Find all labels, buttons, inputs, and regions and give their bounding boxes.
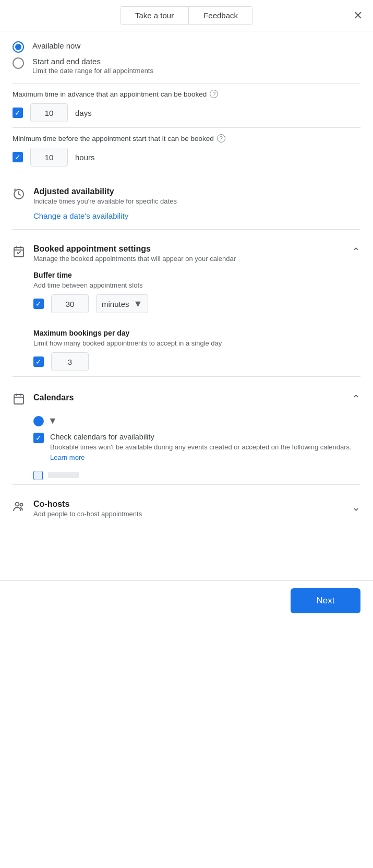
min-before-title-text: Minimum time before the appointment star…: [13, 135, 214, 142]
clock-icon: [13, 188, 25, 200]
buffer-time-row: ✓ minutes ▼: [33, 294, 360, 313]
svg-point-9: [16, 503, 19, 506]
max-bookings-row: ✓: [33, 352, 360, 371]
calendar-icon: [13, 393, 25, 405]
cohosts-collapsible[interactable]: Co-hosts Add people to co-host appointme…: [13, 489, 360, 528]
svg-rect-1: [14, 247, 23, 257]
buffer-time-title: Buffer time: [33, 271, 360, 279]
buffer-time-dropdown-icon: ▼: [134, 299, 143, 310]
cohosts-chevron-down-icon: ⌃: [352, 501, 360, 513]
booked-settings-info: Booked appointment settings Manage the b…: [33, 244, 236, 263]
max-bookings-check-icon: ✓: [35, 358, 42, 365]
cohosts-info: Co-hosts Add people to co-host appointme…: [33, 500, 142, 518]
min-before-help-icon[interactable]: ?: [217, 134, 225, 142]
adjusted-availability-info: Adjusted availability Indicate times you…: [33, 187, 177, 221]
check-calendars-check-icon: ✓: [35, 434, 42, 442]
booked-settings-subtitle: Manage the booked appointments that will…: [33, 255, 236, 263]
max-advance-title-text: Maximum time in advance that an appointm…: [13, 90, 207, 98]
available-now-row[interactable]: Available now: [13, 31, 360, 57]
adjusted-availability-subtitle: Indicate times you're available for spec…: [33, 197, 177, 205]
max-advance-check-icon: ✓: [15, 109, 21, 116]
max-advance-checkbox[interactable]: ✓: [13, 108, 23, 118]
booked-settings-left: Booked appointment settings Manage the b…: [13, 244, 236, 263]
cohosts-subtitle: Add people to co-host appointments: [33, 510, 142, 518]
next-button[interactable]: Next: [291, 588, 360, 613]
change-date-availability-link[interactable]: Change a date's availability: [33, 211, 128, 220]
buffer-time-input[interactable]: [51, 294, 89, 313]
calendars-content: ▼ ✓ Check calendars for availability Boo…: [33, 415, 360, 480]
close-icon: ✕: [353, 9, 363, 22]
max-bookings-subtitle: Limit how many booked appointments to ac…: [33, 339, 360, 347]
cohosts-left: Co-hosts Add people to co-host appointme…: [13, 500, 142, 518]
min-before-check-icon: ✓: [15, 153, 21, 161]
max-advance-input[interactable]: [30, 103, 68, 122]
cohosts-title: Co-hosts: [33, 500, 142, 509]
max-bookings-section: Maximum bookings per day Limit how many …: [33, 329, 360, 371]
check-calendars-sub: Bookable times won't be available during…: [50, 442, 360, 462]
divider-3: [13, 172, 360, 172]
max-advance-unit: days: [75, 109, 92, 117]
start-end-dates-sub: Limit the date range for all appointment…: [32, 67, 153, 75]
available-now-radio[interactable]: [13, 41, 24, 53]
learn-more-link[interactable]: Learn more: [50, 454, 85, 461]
max-bookings-checkbox[interactable]: ✓: [33, 356, 44, 367]
booked-settings-chevron-up-icon: ⌃: [352, 245, 360, 258]
calendars-left: Calendars: [13, 391, 74, 405]
buffer-time-unit-select[interactable]: minutes ▼: [96, 294, 148, 313]
calendars-chevron-up-icon: ⌃: [352, 393, 360, 405]
close-button[interactable]: ✕: [351, 8, 365, 23]
check-calendars-label: Check calendars for availability: [50, 433, 360, 441]
min-before-unit: hours: [75, 153, 95, 162]
calendar-color-row: ▼: [33, 415, 360, 426]
adjusted-availability-section: Adjusted availability Indicate times you…: [13, 176, 360, 225]
buffer-time-subtitle: Add time between appointment slots: [33, 281, 360, 289]
min-before-checkbox[interactable]: ✓: [13, 152, 23, 162]
top-bar-tabs: Take a tour Feedback: [120, 6, 253, 25]
max-advance-checkbox-row: ✓ days: [13, 103, 360, 122]
calendar-item-checkbox[interactable]: [33, 471, 43, 480]
svg-rect-5: [14, 395, 23, 404]
calendar-dropdown-icon[interactable]: ▼: [48, 415, 57, 426]
start-end-dates-row[interactable]: Start and end dates Limit the date range…: [13, 57, 360, 79]
divider-2: [13, 127, 360, 128]
min-before-checkbox-row: ✓ hours: [13, 148, 360, 167]
max-bookings-title: Maximum bookings per day: [33, 329, 360, 337]
calendars-title: Calendars: [33, 391, 74, 402]
min-before-section: Minimum time before the appointment star…: [13, 134, 360, 167]
buffer-time-section: Buffer time Add time between appointment…: [33, 271, 360, 313]
max-advance-help-icon[interactable]: ?: [210, 90, 218, 98]
divider-4: [13, 229, 360, 230]
divider-5: [13, 376, 360, 377]
min-before-input[interactable]: [30, 148, 68, 167]
calendars-collapsible[interactable]: Calendars ⌃: [13, 381, 360, 409]
calendar-color-dot: [33, 416, 44, 426]
max-bookings-input[interactable]: [51, 352, 89, 371]
calendar-check-icon: [13, 245, 25, 258]
people-icon: [13, 501, 25, 513]
booked-settings-title: Booked appointment settings: [33, 244, 236, 254]
footer: Next: [0, 580, 373, 621]
check-calendars-sub-text: Bookable times won't be available during…: [50, 443, 352, 451]
buffer-time-unit-label: minutes: [102, 300, 129, 308]
divider-6: [13, 484, 360, 485]
start-end-dates-radio[interactable]: [13, 57, 24, 69]
check-calendars-info: Check calendars for availability Bookabl…: [50, 433, 360, 462]
available-now-label: Available now: [32, 41, 80, 50]
booked-settings-collapsible[interactable]: Booked appointment settings Manage the b…: [13, 234, 360, 267]
max-advance-title: Maximum time in advance that an appointm…: [13, 90, 360, 98]
calendar-item-row: [33, 470, 360, 480]
adjusted-availability-title: Adjusted availability: [33, 187, 177, 196]
start-end-dates-label: Start and end dates: [32, 57, 153, 66]
feedback-tab[interactable]: Feedback: [189, 7, 252, 24]
take-a-tour-tab[interactable]: Take a tour: [121, 7, 189, 24]
check-calendars-checkbox[interactable]: ✓: [33, 433, 44, 443]
buffer-time-checkbox[interactable]: ✓: [33, 299, 44, 309]
min-before-title: Minimum time before the appointment star…: [13, 134, 360, 142]
booked-settings-content: Buffer time Add time between appointment…: [33, 271, 360, 371]
check-calendars-row: ✓ Check calendars for availability Booka…: [33, 433, 360, 462]
buffer-time-check-icon: ✓: [35, 300, 42, 307]
divider-1: [13, 83, 360, 84]
modal-container: Take a tour Feedback ✕ Available now Sta…: [0, 0, 373, 868]
svg-point-10: [20, 504, 23, 506]
max-advance-section: Maximum time in advance that an appointm…: [13, 90, 360, 122]
